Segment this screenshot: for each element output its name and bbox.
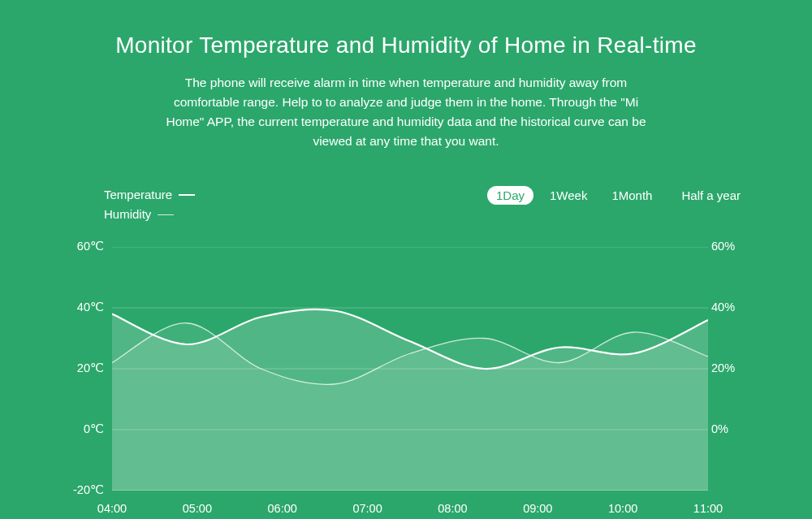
yaxis-left-tick: 20℃ <box>60 361 104 374</box>
xaxis-tick: 08:00 <box>438 502 467 515</box>
xaxis-tick: 06:00 <box>268 502 297 515</box>
page-subtitle: The phone will receive alarm in time whe… <box>154 73 658 151</box>
xaxis-tick: 09:00 <box>523 502 552 515</box>
range-tabs: 1Day 1Week 1Month Half a year <box>487 185 749 205</box>
chart-plot-area <box>112 247 708 491</box>
yaxis-right-tick: 0% <box>711 422 749 435</box>
xaxis-tick: 10:00 <box>608 502 637 515</box>
legend-humidity: Humidity <box>104 205 195 224</box>
legend-temperature-swatch <box>179 194 195 197</box>
tab-1month[interactable]: 1Month <box>603 185 660 205</box>
yaxis-right-tick: 60% <box>711 240 749 253</box>
yaxis-left-tick: 0℃ <box>60 422 104 435</box>
chart-toolbar: Temperature Humidity 1Day 1Week 1Month H… <box>0 185 812 224</box>
legend: Temperature Humidity <box>104 185 195 224</box>
xaxis-tick: 05:00 <box>183 502 212 515</box>
yaxis-left-tick: 40℃ <box>60 301 104 314</box>
chart: -20℃0℃20℃40℃60℃0%20%40%60%04:0005:0006:0… <box>63 247 749 515</box>
xaxis-tick: 04:00 <box>97 502 127 515</box>
legend-temperature-label: Temperature <box>104 185 172 205</box>
legend-humidity-label: Humidity <box>104 205 151 224</box>
tab-half-year[interactable]: Half a year <box>673 185 749 205</box>
xaxis-tick: 07:00 <box>352 502 382 515</box>
tab-1day[interactable]: 1Day <box>487 186 533 205</box>
legend-humidity-swatch <box>158 214 174 215</box>
yaxis-left-tick: 60℃ <box>60 240 104 253</box>
legend-temperature: Temperature <box>104 185 195 205</box>
tab-1week[interactable]: 1Week <box>542 185 595 205</box>
yaxis-right-tick: 40% <box>711 301 749 314</box>
yaxis-right-tick: 20% <box>711 361 749 374</box>
xaxis-tick: 11:00 <box>693 502 723 515</box>
yaxis-left-tick: -20℃ <box>60 483 104 496</box>
page-title: Monitor Temperature and Humidity of Home… <box>0 32 812 58</box>
